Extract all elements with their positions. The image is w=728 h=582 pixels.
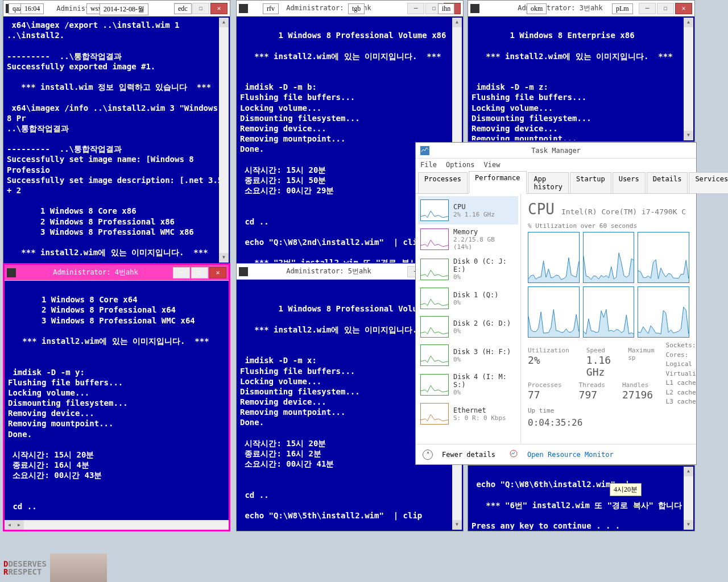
cmd-icon [7, 268, 16, 277]
cpu-core-chart [528, 286, 580, 338]
terminal-output[interactable]: 1 Windows 8 Core x64 2 Windows 8 Profess… [5, 281, 229, 520]
titlebar[interactable]: Administrator: 3번ahk ─☐✕ [468, 1, 694, 16]
window-title: Task Manager [418, 147, 694, 155]
titlebar[interactable]: Task Manager [416, 143, 696, 159]
task-manager-window[interactable]: Task Manager File Options View Processes… [415, 142, 697, 465]
cmd-icon [239, 4, 248, 13]
menu-view[interactable]: View [483, 161, 500, 169]
resource-monitor-icon [509, 449, 518, 458]
overlay-tag: okm [527, 3, 547, 14]
overlay-tag: ihn [438, 3, 454, 14]
tab-users[interactable]: Users [613, 172, 646, 193]
scrollbar[interactable] [219, 18, 229, 263]
fewer-details-link[interactable]: Fewer details [442, 451, 495, 459]
menubar: File Options View [416, 159, 696, 171]
minimize-button[interactable]: ─ [639, 3, 656, 14]
overlay-tag: rfv [263, 3, 279, 14]
sidebar-item-cpu[interactable]: CPU2% 1.16 GHz [418, 196, 518, 225]
minimize-button[interactable]: ─ [173, 267, 190, 278]
cpu-core-chart [638, 286, 689, 338]
terminal-window-3b[interactable]: echo "Q:\W8\6th\install2.wim" | *** "6번"… [468, 465, 695, 531]
sidebar-chart-icon [420, 374, 449, 396]
tab-services[interactable]: Services [689, 172, 728, 193]
cpu-heading: CPU [528, 201, 555, 218]
sidebar-item-disk[interactable]: Disk 2 (G: D:)0% [418, 313, 518, 341]
horizontal-scrollbar[interactable] [5, 520, 229, 530]
sidebar-item-disk[interactable]: Disk 1 (Q:)0% [418, 284, 518, 313]
uptime-label: Up time [528, 406, 655, 416]
sidebar-chart-icon [420, 228, 449, 250]
sidebar-chart-icon [420, 403, 449, 425]
sidebar-item-memory[interactable]: Memory2.2/15.8 GB (14%) [418, 225, 518, 254]
menu-file[interactable]: File [420, 161, 437, 169]
terminal-output[interactable]: echo "Q:\W8\6th\install2.wim" | *** "6번"… [468, 465, 694, 531]
sidebar-chart-icon [420, 316, 449, 338]
cpu-core-chart [528, 232, 580, 283]
scrollbar[interactable] [684, 467, 693, 530]
sidebar-chart-icon [420, 199, 449, 221]
sidebar-item-ethernet[interactable]: EthernetS: 0 R: 0 Kbps [418, 400, 518, 428]
sidebar-item-disk[interactable]: Disk 4 (I: M: S:)0% [418, 369, 518, 400]
terminal-window-4[interactable]: Administrator: 4번ahk ─☐✕ 1 Windows 8 Cor… [3, 263, 230, 531]
overlay-tag: 16:04 [20, 3, 44, 14]
tm-footer: ˄ Fewer details Open Resource Monitor [416, 444, 696, 464]
open-resource-monitor-link[interactable]: Open Resource Monitor [527, 451, 614, 459]
perf-main: CPU Intel(R) Core(TM) i7-4790K C % Utili… [521, 194, 696, 444]
cpu-core-chart [583, 286, 635, 338]
minimize-button[interactable]: ─ [407, 3, 424, 14]
sidebar-item-disk[interactable]: Disk 0 (C: J: E:)0% [418, 254, 518, 284]
maximize-button[interactable]: ☐ [191, 267, 208, 278]
desktop-widget: DDESERVES RRESPECT [0, 554, 107, 582]
close-button[interactable]: ✕ [209, 267, 226, 278]
sidebar-chart-icon [420, 344, 449, 366]
maximize-button[interactable]: ☐ [657, 3, 674, 14]
cpu-core-chart [583, 232, 635, 283]
collapse-icon[interactable]: ˄ [423, 450, 433, 460]
sidebar-chart-icon [420, 259, 449, 280]
perf-sidebar[interactable]: CPU2% 1.16 GHzMemory2.2/15.8 GB (14%)Dis… [416, 194, 521, 444]
tab-startup[interactable]: Startup [570, 172, 611, 193]
logo-text: DDESERVES RRESPECT [0, 556, 50, 579]
terminal-window-1[interactable]: Administrator: …ahk ─ ☐ ✕ x64\imagex /ex… [3, 0, 230, 264]
terminal-output[interactable]: 1 Windows 8 Enterprise x86 *** install2.… [468, 16, 694, 142]
chart-subtitle: % Utilization over 60 seconds [528, 222, 689, 230]
window-title: Administrator: 5번ahk [251, 267, 406, 276]
terminal-output[interactable]: x64\imagex /export ..\install.wim 1 ..\i… [3, 16, 230, 264]
cmd-icon [239, 267, 248, 276]
taskmgr-icon [420, 146, 429, 155]
maximize-button[interactable]: ☐ [192, 3, 209, 14]
close-button[interactable]: ✕ [210, 3, 228, 14]
sidebar-item-disk[interactable]: Disk 3 (H: F:)0% [418, 341, 518, 369]
scrollbar[interactable] [684, 18, 693, 140]
tab-processes[interactable]: Processes [418, 172, 468, 193]
close-button[interactable]: ✕ [675, 3, 692, 14]
titlebar[interactable]: Administrator: 4번ahk ─☐✕ [5, 265, 229, 281]
sidebar-chart-icon [420, 288, 449, 309]
cmd-icon [470, 4, 479, 13]
overlay-tag: 2014-12-08-월 [100, 3, 148, 15]
uptime-value: 0:04:35:26 [528, 416, 655, 430]
overlay-tag: pLm [612, 3, 633, 14]
cpu-core-chart [638, 232, 689, 283]
overlay-tag: tgb [348, 3, 365, 14]
tabs: ProcessesPerformanceApp historyStartupUs… [416, 171, 696, 194]
tab-details[interactable]: Details [647, 172, 688, 193]
photo [50, 554, 107, 582]
menu-options[interactable]: Options [446, 161, 475, 169]
tab-app-history[interactable]: App history [528, 172, 569, 193]
cpu-model: Intel(R) Core(TM) i7-4790K C [561, 207, 686, 216]
window-title: Administrator: 4번ahk [19, 268, 172, 277]
overlay-tag: edc [174, 3, 192, 14]
tooltip: 4시20분 [610, 483, 642, 496]
terminal-window-3[interactable]: Administrator: 3번ahk ─☐✕ 1 Windows 8 Ent… [468, 0, 695, 142]
tab-performance[interactable]: Performance [469, 171, 526, 194]
